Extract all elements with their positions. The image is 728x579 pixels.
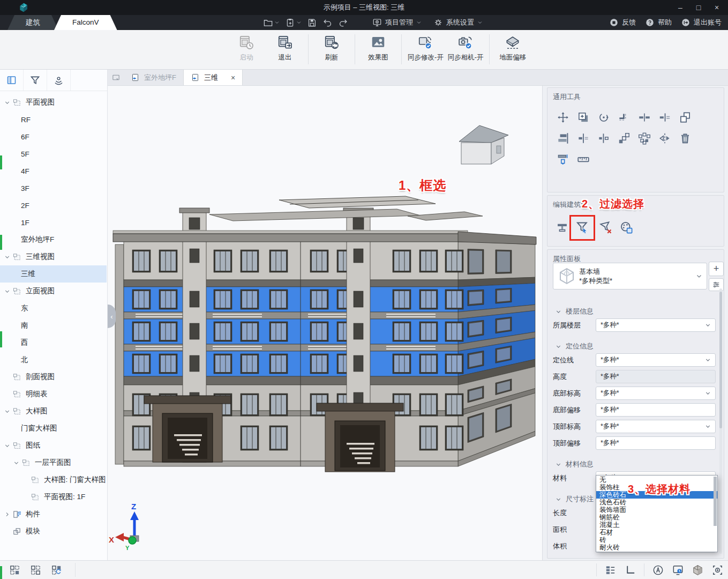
- tool-move[interactable]: [556, 110, 570, 124]
- field-select-顶部标高[interactable]: *多种*: [596, 420, 716, 433]
- status-cube-3d-button[interactable]: [692, 564, 704, 576]
- tool-rotate[interactable]: [597, 110, 611, 124]
- field-input-底部偏移[interactable]: *多种*: [596, 403, 716, 417]
- ribbon-app-refresh-button[interactable]: 刷新: [312, 30, 351, 62]
- tree-item-5F[interactable]: 5F: [0, 145, 107, 162]
- menu-monitor-gear[interactable]: 项目管理: [366, 15, 427, 30]
- tool-array-rect[interactable]: [637, 131, 651, 145]
- dropdown-scrollbar-thumb[interactable]: [714, 477, 717, 526]
- tree-item-室外地坪F[interactable]: 室外地坪F: [0, 231, 107, 248]
- tool-array-lin[interactable]: [617, 131, 631, 145]
- tree-item-西[interactable]: 西: [0, 334, 107, 351]
- tree-item-北[interactable]: 北: [0, 351, 107, 368]
- browser-filter-button[interactable]: [24, 70, 47, 91]
- tool-trash[interactable]: [678, 131, 692, 145]
- layout-grid-a-button[interactable]: [9, 564, 21, 576]
- app-tab-falconv[interactable]: FalconV: [54, 15, 117, 30]
- tool-split-mid[interactable]: [637, 110, 651, 124]
- material-option-砖[interactable]: 砖: [596, 536, 717, 544]
- tree-item-明细表[interactable]: 明细表: [0, 385, 107, 403]
- status-letter-a-button[interactable]: [652, 564, 664, 576]
- tree-item-三维视图[interactable]: 三维视图: [0, 248, 107, 265]
- tree-item-3F[interactable]: 3F: [0, 180, 107, 197]
- status-layer-list-button[interactable]: [604, 564, 617, 576]
- tree-item-立面视图[interactable]: 立面视图: [0, 283, 107, 300]
- tree-item-大样图门窗大样图[interactable]: 大样图: 门窗大样图: [0, 471, 107, 488]
- ribbon-ground-offset-button[interactable]: 地面偏移: [493, 30, 532, 62]
- tree-item-2F[interactable]: 2F: [0, 197, 107, 214]
- tree-item-平面视图1F[interactable]: 平面视图: 1F: [0, 488, 107, 506]
- close-button[interactable]: ×: [708, 0, 726, 15]
- tool-align-dist[interactable]: [597, 131, 611, 145]
- ribbon-app-exit-button[interactable]: 退出: [266, 30, 304, 62]
- app-tab-building[interactable]: 建筑: [7, 15, 58, 30]
- menu-gear[interactable]: 系统设置: [427, 15, 489, 30]
- tool-mirror[interactable]: [658, 131, 672, 145]
- section-楼层信息[interactable]: 楼层信息: [553, 306, 716, 317]
- logout-button[interactable]: 退出账号: [681, 18, 722, 27]
- tree-item-1F[interactable]: 1F: [0, 214, 107, 231]
- field-input-顶部偏移[interactable]: *多种*: [596, 436, 716, 450]
- tree-item-RF[interactable]: RF: [0, 111, 107, 128]
- tree-item-东[interactable]: 东: [0, 300, 107, 317]
- view-tab-三维[interactable]: 三维×: [184, 70, 243, 85]
- ribbon-sync-camera-button[interactable]: 同步相机-开: [446, 30, 486, 62]
- chevron-down-icon[interactable]: [4, 442, 12, 449]
- tree-item-图纸[interactable]: 图纸: [0, 437, 107, 454]
- 3d-viewport[interactable]: ZXY 1、框选 ‹: [108, 86, 542, 560]
- field-select-底部标高[interactable]: *多种*: [596, 387, 716, 400]
- chevron-down-icon[interactable]: [13, 459, 21, 466]
- material-option-石材[interactable]: 石材: [596, 529, 717, 536]
- clipboard-plus-button[interactable]: [283, 15, 303, 30]
- chevron-down-icon[interactable]: [4, 99, 12, 106]
- status-monitor-gauge-button[interactable]: [672, 564, 684, 576]
- type-selector[interactable]: 基本墙 *多种类型*: [553, 263, 707, 290]
- browser-locate-button[interactable]: [47, 70, 71, 91]
- chevron-down-icon[interactable]: [4, 288, 12, 294]
- view-tab-室外地坪F[interactable]: 室外地坪F: [124, 70, 184, 85]
- field-select-所属楼层[interactable]: *多种*: [596, 318, 716, 332]
- view-tab-close-button[interactable]: ×: [231, 74, 235, 81]
- wall-tool-material-apply[interactable]: [619, 220, 634, 235]
- ribbon-sync-edit-button[interactable]: 同步修改-开: [406, 30, 446, 62]
- tree-item-门窗大样图[interactable]: 门窗大样图: [0, 420, 107, 437]
- material-option-耐火砖[interactable]: 耐火砖: [596, 544, 717, 551]
- chevron-down-icon[interactable]: [4, 254, 12, 260]
- tree-item-6F[interactable]: 6F: [0, 128, 107, 145]
- float-view-button[interactable]: [108, 70, 124, 85]
- layout-grid-b-button[interactable]: [29, 564, 42, 576]
- layout-grid-c-button[interactable]: [50, 564, 63, 576]
- status-zoom-extents-button[interactable]: [711, 564, 724, 576]
- save-button[interactable]: [305, 15, 319, 30]
- section-材料信息[interactable]: 材料信息: [553, 458, 716, 470]
- tree-item-大样图[interactable]: 大样图: [0, 403, 107, 420]
- tree-item-构件[interactable]: 构件: [0, 506, 107, 523]
- tool-join-corner[interactable]: [617, 110, 631, 124]
- wall-tool-filter-clear[interactable]: [599, 220, 613, 235]
- folder-button[interactable]: [261, 15, 281, 30]
- tree-item-4F[interactable]: 4F: [0, 162, 107, 180]
- tree-item-三维[interactable]: 三维: [0, 265, 107, 283]
- tree-item-南[interactable]: 南: [0, 317, 107, 334]
- tool-align-edge[interactable]: [556, 131, 570, 145]
- help-button[interactable]: 帮助: [645, 18, 672, 27]
- material-option-钢筋砼[interactable]: 钢筋砼: [596, 514, 717, 521]
- browser-panel-columns-button[interactable]: [0, 70, 24, 91]
- section-定位信息[interactable]: 定位信息: [553, 340, 716, 352]
- tool-match-type[interactable]: [678, 110, 692, 124]
- tree-item-模块[interactable]: 模块: [0, 523, 107, 540]
- material-option-浅色石砖[interactable]: 浅色石砖: [596, 499, 717, 506]
- tool-copy[interactable]: [576, 110, 590, 124]
- feedback-button[interactable]: 反馈: [609, 18, 636, 27]
- chevron-right-icon[interactable]: [4, 511, 12, 517]
- building-model[interactable]: ZXY: [108, 86, 542, 560]
- minimize-button[interactable]: –: [671, 0, 689, 15]
- field-select-定位线[interactable]: *多种*: [596, 353, 716, 367]
- add-type-button[interactable]: +: [709, 262, 724, 276]
- tree-item-一层平面图[interactable]: 一层平面图: [0, 454, 107, 471]
- maximize-button[interactable]: □: [689, 0, 708, 15]
- tool-align-center[interactable]: [576, 131, 590, 145]
- material-option-混凝土[interactable]: 混凝土: [596, 521, 717, 529]
- properties-scrollbar-thumb[interactable]: [719, 292, 722, 428]
- tool-measure[interactable]: [576, 152, 590, 166]
